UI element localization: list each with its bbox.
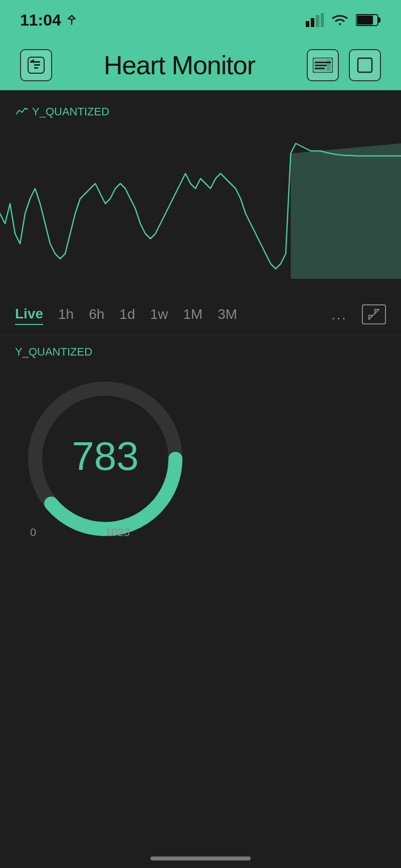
svg-rect-3 — [316, 15, 319, 27]
status-time: 11:04 — [20, 11, 61, 30]
status-icons — [306, 13, 381, 27]
svg-rect-1 — [306, 21, 309, 27]
svg-rect-10 — [34, 64, 40, 66]
trend-icon — [15, 105, 28, 118]
svg-rect-7 — [357, 16, 373, 25]
svg-rect-15 — [315, 68, 325, 69]
tab-live[interactable]: Live — [15, 304, 43, 325]
signal-icon — [306, 13, 324, 27]
square-button[interactable] — [349, 49, 381, 81]
expand-button[interactable] — [362, 304, 386, 324]
gauge-label: Y_QUANTIZED — [15, 345, 386, 359]
nav-bar: Heart Monitor — [0, 40, 401, 90]
svg-rect-16 — [327, 60, 331, 71]
battery-icon — [356, 14, 381, 27]
chart-svg — [0, 123, 401, 294]
location-icon — [66, 15, 77, 26]
main-content: Y_QUANTIZED Live 1h 6h 1d 1w 1M 3M ... — [0, 90, 401, 559]
chart-label-text: Y_QUANTIZED — [32, 105, 109, 118]
tab-1d[interactable]: 1d — [119, 304, 135, 324]
more-options-button[interactable]: ... — [331, 306, 347, 323]
svg-marker-18 — [291, 143, 401, 279]
svg-rect-14 — [315, 65, 327, 66]
tab-1m[interactable]: 1M — [183, 304, 203, 324]
chart-label-container: Y_QUANTIZED — [0, 100, 401, 123]
gauge-section: Y_QUANTIZED 783 0 1023 — [0, 335, 401, 559]
svg-rect-17 — [358, 58, 372, 72]
gauge-container: 783 0 1023 — [15, 369, 195, 549]
chart-canvas — [0, 123, 401, 294]
gauge-min: 0 — [30, 526, 36, 539]
tab-3m[interactable]: 3M — [218, 304, 237, 324]
tab-6h[interactable]: 6h — [89, 304, 104, 324]
back-button[interactable] — [20, 49, 52, 81]
svg-rect-4 — [321, 13, 324, 27]
tab-1w[interactable]: 1w — [150, 304, 168, 324]
chart-section: Y_QUANTIZED — [0, 90, 401, 294]
wifi-icon — [331, 13, 349, 27]
menu-icon-button[interactable] — [307, 49, 339, 81]
home-indicator — [150, 856, 251, 860]
status-time-container: 11:04 — [20, 11, 77, 30]
svg-rect-6 — [378, 18, 380, 23]
tab-1h[interactable]: 1h — [58, 304, 74, 324]
time-tabs: Live 1h 6h 1d 1w 1M 3M ... — [0, 294, 401, 335]
page-title: Heart Monitor — [104, 50, 255, 80]
svg-rect-11 — [34, 67, 38, 69]
gauge-max: 1023 — [105, 526, 130, 539]
gauge-value: 783 — [72, 433, 138, 479]
svg-rect-2 — [311, 18, 314, 27]
status-bar: 11:04 — [0, 0, 401, 40]
